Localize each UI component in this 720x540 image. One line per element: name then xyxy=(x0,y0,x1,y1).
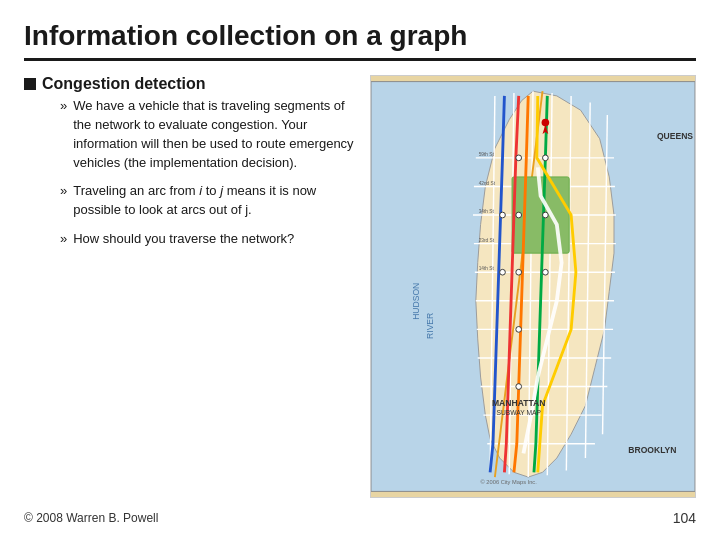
arrow-icon-3: » xyxy=(60,231,67,246)
svg-text:59th St: 59th St xyxy=(479,152,495,157)
svg-text:23rd St: 23rd St xyxy=(479,238,495,243)
sub-bullet-text-1: We have a vehicle that is traveling segm… xyxy=(73,97,354,172)
sub-bullets-list: » We have a vehicle that is traveling se… xyxy=(42,97,354,249)
svg-text:34th St: 34th St xyxy=(479,209,495,214)
footer-copyright: © 2008 Warren B. Powell xyxy=(24,511,158,525)
svg-text:14th St: 14th St xyxy=(479,266,495,271)
arrow-icon-1: » xyxy=(60,98,67,113)
svg-text:© 2006 City Maps Inc.: © 2006 City Maps Inc. xyxy=(481,479,538,485)
svg-text:42nd St: 42nd St xyxy=(479,181,496,186)
svg-text:BROOKLYN: BROOKLYN xyxy=(628,445,676,455)
footer-page-number: 104 xyxy=(673,510,696,526)
svg-point-27 xyxy=(516,384,522,390)
content-area: Congestion detection » We have a vehicle… xyxy=(24,75,354,498)
svg-text:HUDSON: HUDSON xyxy=(411,283,421,320)
map-area: MANHATTAN SUBWAY MAP QUEENS BROOKLYN HUD… xyxy=(370,75,696,498)
sub-bullet-2: » Traveling an arc from i to j means it … xyxy=(60,182,354,220)
main-bullet: Congestion detection » We have a vehicle… xyxy=(24,75,354,249)
arrow-icon-2: » xyxy=(60,183,67,198)
svg-point-26 xyxy=(516,327,522,333)
slide-title: Information collection on a graph xyxy=(24,20,696,61)
slide-body: Congestion detection » We have a vehicle… xyxy=(24,75,696,498)
sub-bullet-text-2: Traveling an arc from i to j means it is… xyxy=(73,182,354,220)
bullet-icon xyxy=(24,78,36,90)
sub-bullet-3: » How should you traverse the network? xyxy=(60,230,354,249)
sub-bullet-text-3: How should you traverse the network? xyxy=(73,230,294,249)
svg-text:SUBWAY MAP: SUBWAY MAP xyxy=(497,409,542,416)
sub-bullet-1: » We have a vehicle that is traveling se… xyxy=(60,97,354,172)
svg-point-32 xyxy=(500,269,506,275)
map-svg: MANHATTAN SUBWAY MAP QUEENS BROOKLYN HUD… xyxy=(371,76,695,497)
svg-point-24 xyxy=(516,212,522,218)
slide-footer: © 2008 Warren B. Powell 104 xyxy=(24,506,696,526)
bullet-label: Congestion detection xyxy=(42,75,206,92)
svg-point-25 xyxy=(516,269,522,275)
svg-point-29 xyxy=(543,212,549,218)
svg-text:RIVER: RIVER xyxy=(425,313,435,339)
svg-point-41 xyxy=(542,119,550,127)
svg-text:QUEENS: QUEENS xyxy=(657,131,693,141)
svg-point-23 xyxy=(516,155,522,161)
slide: Information collection on a graph Conges… xyxy=(0,0,720,540)
svg-point-30 xyxy=(543,269,549,275)
svg-text:MANHATTAN: MANHATTAN xyxy=(492,398,545,408)
svg-point-28 xyxy=(543,155,549,161)
svg-point-31 xyxy=(500,212,506,218)
